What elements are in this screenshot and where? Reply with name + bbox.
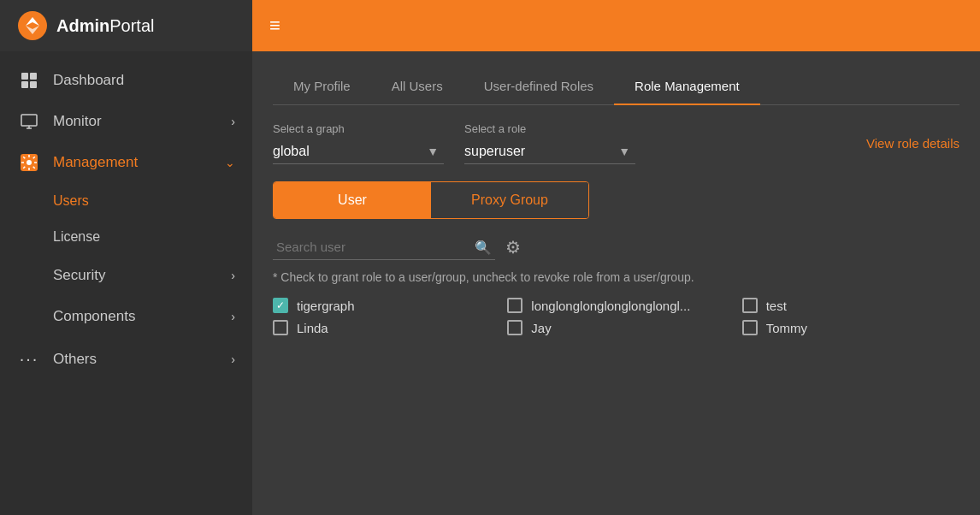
graph-select-wrapper: globallocaltest_graph ▼ [273,139,444,164]
user-toggle-button[interactable]: User [274,182,431,218]
role-select[interactable]: superuseradmineditorviewer [464,139,635,164]
sidebar-sub-item-label: Users [53,193,89,208]
user-name: longlonglonglonglonglongl... [531,299,690,313]
search-input[interactable] [273,234,495,260]
user-item-test[interactable]: test [742,298,959,313]
sidebar-item-others[interactable]: ··· Others › [0,337,252,381]
svg-rect-4 [30,81,37,88]
graph-label: Select a graph [273,122,444,135]
search-wrapper: 🔍 [273,234,495,260]
chevron-right-icon: › [231,115,235,128]
logo-icon [17,10,48,41]
user-name: tigergraph [297,299,355,313]
user-checkbox-linda[interactable] [273,320,288,335]
user-item-tommy[interactable]: Tommy [742,320,959,335]
chevron-right-icon: › [231,310,235,323]
hamburger-icon[interactable]: ≡ [269,16,280,35]
tab-role-management[interactable]: Role Management [614,68,760,105]
user-checkbox-tigergraph[interactable] [273,298,288,313]
top-bar: ≡ [252,0,980,51]
content-area: My Profile All Users User-defined Roles … [252,51,980,515]
role-label: Select a role [464,122,635,135]
sidebar-item-dashboard[interactable]: Dashboard [0,60,252,101]
sidebar-item-label: Monitor [53,113,102,130]
form-row: Select a graph globallocaltest_graph ▼ S… [273,122,959,164]
search-row: 🔍 ⚙ [273,234,959,260]
note-text: * Check to grant role to a user/group, u… [273,270,959,284]
app-title: AdminPortal [56,16,154,36]
view-role-details-link[interactable]: View role details [866,136,959,151]
sidebar-item-label: Components [53,308,135,325]
chevron-right-icon: › [231,269,235,282]
tabs: My Profile All Users User-defined Roles … [273,68,959,105]
chevron-down-icon: ⌄ [225,156,235,169]
chevron-right-icon: › [231,352,235,366]
sidebar-item-components[interactable]: Components › [0,296,252,337]
user-checkbox-jay[interactable] [507,320,522,335]
sidebar-sub-item-label: License [53,229,100,244]
sidebar-item-license[interactable]: License [0,219,252,255]
user-name: Jay [531,321,551,335]
tab-user-defined-roles[interactable]: User-defined Roles [463,68,614,105]
graph-form-group: Select a graph globallocaltest_graph ▼ [273,122,444,164]
user-item-linda[interactable]: Linda [273,320,490,335]
user-checkbox-longlong[interactable] [507,298,522,313]
sidebar-item-label: Dashboard [53,72,124,89]
role-select-wrapper: superuseradmineditorviewer ▼ [464,139,635,164]
sidebar: Dashboard Monitor › [0,51,252,515]
sidebar-item-security[interactable]: Security › [0,255,252,296]
svg-rect-3 [21,81,28,88]
user-name: Tommy [766,321,807,335]
sidebar-item-management[interactable]: Management ⌄ [0,142,252,183]
sidebar-item-label: Others [53,351,97,368]
user-checkbox-tommy[interactable] [742,320,758,335]
sidebar-item-users[interactable]: Users [0,183,252,219]
monitor-icon [17,113,41,130]
user-checkbox-test[interactable] [742,298,758,313]
tab-my-profile[interactable]: My Profile [273,68,371,105]
user-name: Linda [297,321,328,335]
svg-point-0 [18,11,47,40]
settings-gear-icon[interactable]: ⚙ [505,237,521,258]
tab-all-users[interactable]: All Users [371,68,463,105]
user-name: test [766,299,787,313]
user-item-jay[interactable]: Jay [507,320,724,335]
svg-rect-1 [21,73,28,80]
user-item-tigergraph[interactable]: tigergraph [273,298,490,313]
proxy-group-toggle-button[interactable]: Proxy Group [431,182,588,218]
svg-rect-2 [30,73,37,80]
user-proxy-toggle: User Proxy Group [273,181,589,219]
user-grid: tigergraph longlonglonglonglonglongl... … [273,298,959,335]
svg-rect-5 [21,115,37,126]
svg-point-9 [27,160,32,165]
logo-area: AdminPortal [0,0,252,51]
dashboard-icon [17,72,41,89]
graph-select[interactable]: globallocaltest_graph [273,139,444,164]
sidebar-item-label: Management [53,154,138,171]
sidebar-item-label: Security [53,267,105,284]
search-icon[interactable]: 🔍 [475,240,492,256]
sidebar-item-monitor[interactable]: Monitor › [0,101,252,142]
dots-icon: ··· [17,349,41,369]
role-form-group: Select a role superuseradmineditorviewer… [464,122,635,164]
user-item-longlong[interactable]: longlonglonglonglonglongl... [507,298,724,313]
gear-icon [17,154,41,171]
